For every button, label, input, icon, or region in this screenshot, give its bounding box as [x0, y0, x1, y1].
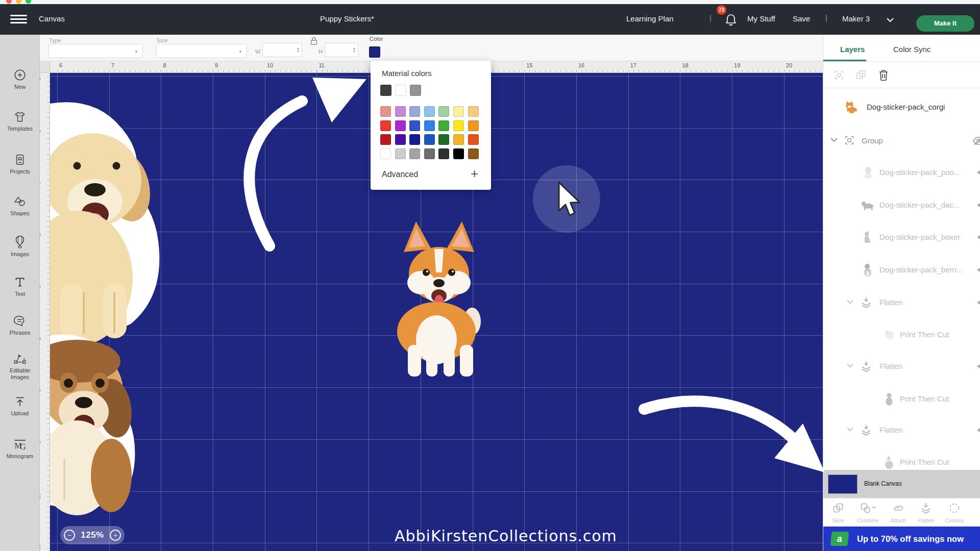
sidebar-item-templates[interactable]: Templates	[0, 110, 40, 132]
material-color-swatch[interactable]	[424, 134, 435, 145]
basic-color-swatch[interactable]	[380, 85, 391, 96]
material-color-swatch[interactable]	[380, 148, 391, 159]
advanced-colors-link[interactable]: Advanced	[382, 170, 418, 179]
chevron-down-icon[interactable]	[886, 17, 894, 22]
zoom-out-button[interactable]: −	[64, 530, 75, 541]
blank-canvas-row[interactable]: Blank Canvas	[823, 470, 980, 498]
make-it-button[interactable]: Make It	[916, 15, 974, 32]
height-input[interactable]: ▲▼	[325, 43, 358, 57]
basic-color-swatch[interactable]	[395, 85, 406, 96]
material-color-swatch[interactable]	[468, 134, 479, 145]
save-button[interactable]: Save	[793, 14, 810, 24]
material-color-swatch[interactable]	[395, 148, 406, 159]
type-dropdown[interactable]: ▼	[48, 44, 143, 58]
close-window-icon[interactable]	[6, 0, 12, 4]
material-color-swatch[interactable]	[424, 106, 435, 117]
chevron-down-icon[interactable]	[830, 138, 838, 142]
material-color-swatch[interactable]	[468, 148, 479, 159]
layer-row-flatten[interactable]: Flatten	[823, 422, 980, 439]
eye-off-cut-icon[interactable]	[977, 299, 980, 306]
promo-banner[interactable]: a Up to 70% off savings now	[823, 527, 980, 551]
material-color-swatch[interactable]	[424, 120, 435, 131]
sidebar-item-text[interactable]: Text	[0, 276, 40, 297]
chevron-down-icon[interactable]	[847, 428, 853, 432]
lock-icon[interactable]	[309, 36, 318, 46]
chevron-down-icon[interactable]	[847, 300, 853, 304]
material-color-swatch[interactable]	[468, 120, 479, 131]
hamburger-menu-icon[interactable]	[10, 15, 27, 24]
eye-off-cut-icon[interactable]	[977, 363, 980, 369]
eye-off-cut-icon[interactable]	[977, 267, 980, 273]
my-stuff-link[interactable]: My Stuff	[747, 14, 775, 24]
layer-row-dachshund[interactable]: Dog-sticker-pack_dac...	[823, 197, 980, 214]
tab-layers[interactable]: Layers	[840, 45, 865, 54]
material-color-swatch[interactable]	[395, 120, 406, 131]
machine-select[interactable]: Maker 3	[842, 14, 870, 24]
beagle-sticker[interactable]	[50, 332, 138, 508]
sidebar-item-monogram[interactable]: MG Monogram	[0, 438, 40, 460]
layer-row-print-then-cut[interactable]: Print Then Cut	[823, 327, 980, 344]
material-color-swatch[interactable]	[380, 120, 391, 131]
layer-row-group[interactable]: Group	[823, 133, 980, 150]
notifications-bell-icon[interactable]	[725, 13, 737, 27]
material-color-swatch[interactable]	[453, 106, 464, 117]
combine-button[interactable]: Combine	[853, 502, 883, 523]
sidebar-item-new[interactable]: New	[0, 68, 40, 90]
material-color-swatch[interactable]	[453, 134, 464, 145]
duplicate-icon[interactable]	[855, 69, 867, 81]
canvas-menu-label[interactable]: Canvas	[39, 14, 65, 24]
material-color-swatch[interactable]	[424, 148, 435, 159]
chevron-down-icon[interactable]	[847, 364, 853, 368]
blank-canvas-color-swatch[interactable]	[828, 474, 857, 494]
trash-icon[interactable]	[878, 69, 889, 81]
contour-button[interactable]: Contour	[940, 502, 969, 523]
size-dropdown[interactable]: ▼	[156, 44, 247, 58]
select-all-icon[interactable]	[834, 69, 845, 81]
material-color-swatch[interactable]	[380, 106, 391, 117]
eye-off-cut-icon[interactable]	[977, 169, 980, 176]
golden-retriever-sticker[interactable]	[50, 98, 172, 341]
material-color-swatch[interactable]	[438, 148, 449, 159]
material-color-swatch[interactable]	[438, 120, 449, 131]
layer-row-flatten[interactable]: Flatten	[823, 358, 980, 375]
material-color-swatch[interactable]	[409, 106, 420, 117]
layer-row-print-then-cut[interactable]: Print Then Cut	[823, 391, 980, 408]
material-color-swatch[interactable]	[438, 134, 449, 145]
width-input[interactable]: ▲▼	[262, 43, 302, 57]
layer-row-poodle[interactable]: Dog-sticker-pack_poo...	[823, 164, 980, 182]
material-color-swatch[interactable]	[453, 120, 464, 131]
sidebar-item-phrases[interactable]: Phrases	[0, 314, 40, 336]
material-color-swatch[interactable]	[395, 134, 406, 145]
attach-button[interactable]: Attach	[884, 502, 913, 523]
corgi-image[interactable]	[389, 220, 479, 379]
material-color-swatch[interactable]	[468, 106, 479, 117]
material-color-swatch[interactable]	[453, 148, 464, 159]
maximize-window-icon[interactable]	[26, 0, 31, 4]
learning-plan-link[interactable]: Learning Plan	[626, 14, 674, 24]
basic-color-swatch[interactable]	[410, 85, 421, 96]
material-color-swatch[interactable]	[409, 134, 420, 145]
layer-row-bernese[interactable]: Dog-sticker-pack_bern...	[823, 262, 980, 279]
eye-off-icon[interactable]	[972, 135, 980, 146]
flatten-button[interactable]: Flatten	[911, 502, 941, 523]
material-color-swatch[interactable]	[380, 134, 391, 145]
add-custom-color-button[interactable]: +	[471, 166, 478, 182]
eye-off-cut-icon[interactable]	[977, 234, 980, 240]
sidebar-item-projects[interactable]: Projects	[0, 153, 40, 175]
minimize-window-icon[interactable]	[16, 0, 21, 4]
layer-row-boxer[interactable]: Dog-sticker-pack_boxer	[823, 229, 980, 246]
material-color-swatch[interactable]	[409, 148, 420, 159]
sidebar-item-upload[interactable]: Upload	[0, 395, 40, 417]
sidebar-item-images[interactable]: Images	[0, 235, 40, 258]
layer-row-flatten[interactable]: Flatten	[823, 294, 980, 312]
material-color-swatch[interactable]	[409, 120, 420, 131]
slice-button[interactable]: Slice	[823, 502, 853, 523]
layer-row-print-then-cut[interactable]: Print Then Cut	[823, 454, 980, 471]
zoom-in-button[interactable]: +	[110, 530, 121, 541]
eye-off-cut-icon[interactable]	[977, 427, 980, 433]
material-color-swatch[interactable]	[395, 106, 406, 117]
sidebar-item-editable-images[interactable]: Editable Images	[0, 352, 40, 381]
material-color-swatch[interactable]	[438, 106, 449, 117]
eye-off-cut-icon[interactable]	[977, 202, 980, 208]
tab-color-sync[interactable]: Color Sync	[893, 45, 930, 54]
